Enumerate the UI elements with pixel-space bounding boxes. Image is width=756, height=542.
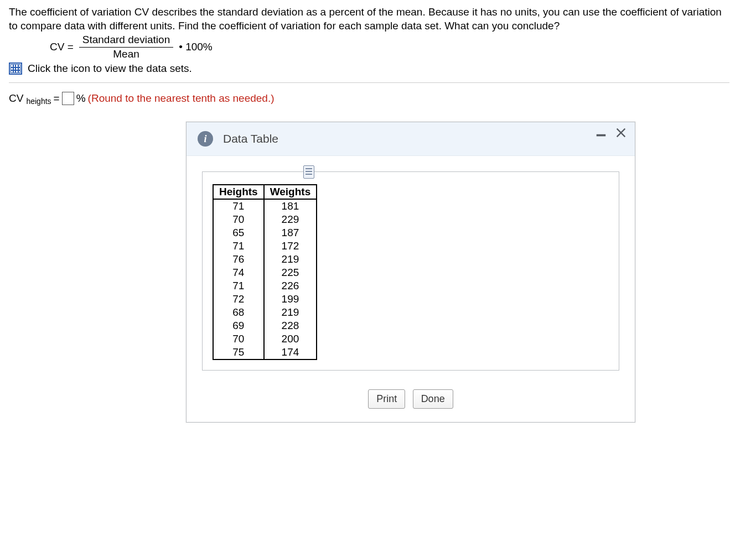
- table-row: 70229: [213, 213, 317, 226]
- numerator: Standard deviation: [79, 34, 173, 48]
- problem-statement: The coefficient of variation CV describe…: [9, 6, 729, 33]
- svg-rect-0: [597, 134, 606, 137]
- table-row: 75174: [213, 346, 317, 359]
- copy-icon[interactable]: [303, 165, 314, 179]
- height-cell: 76: [213, 253, 264, 266]
- table-row: 74225: [213, 266, 317, 279]
- height-cell: 70: [213, 332, 264, 346]
- print-button[interactable]: Print: [368, 389, 405, 409]
- denominator: Mean: [113, 48, 139, 60]
- data-sets-link[interactable]: Click the icon to view the data sets.: [9, 62, 729, 75]
- height-cell: 68: [213, 306, 264, 319]
- table-row: 71172: [213, 239, 317, 253]
- minimize-button[interactable]: [595, 127, 607, 142]
- done-button[interactable]: Done: [413, 389, 453, 409]
- height-cell: 69: [213, 319, 264, 332]
- height-cell: 71: [213, 279, 264, 293]
- fraction: Standard deviation Mean: [79, 34, 173, 60]
- height-cell: 70: [213, 213, 264, 226]
- cv-subscript: heights: [26, 97, 51, 106]
- weight-cell: 219: [264, 306, 317, 319]
- divider: [9, 82, 729, 83]
- table-row: 68219: [213, 306, 317, 319]
- height-cell: 74: [213, 266, 264, 279]
- info-icon: i: [198, 131, 213, 147]
- table-row: 72199: [213, 293, 317, 306]
- cv-label: CV =: [50, 41, 74, 53]
- weight-cell: 225: [264, 266, 317, 279]
- equals: =: [54, 92, 60, 105]
- percent-sign: %: [76, 92, 86, 105]
- answer-line: CVheights = % (Round to the nearest tent…: [9, 92, 729, 105]
- weight-cell: 181: [264, 199, 317, 213]
- height-cell: 75: [213, 346, 264, 359]
- cv-prefix: CV: [9, 92, 23, 105]
- formula-tail: • 100%: [179, 41, 213, 53]
- table-row: 71181: [213, 199, 317, 213]
- table-icon[interactable]: [9, 62, 22, 75]
- weight-cell: 187: [264, 226, 317, 239]
- weight-cell: 226: [264, 279, 317, 293]
- height-cell: 72: [213, 293, 264, 306]
- dialog-footer: Print Done: [187, 382, 635, 422]
- weight-cell: 172: [264, 239, 317, 253]
- dialog-title: Data Table: [223, 132, 278, 145]
- weight-cell: 228: [264, 319, 317, 332]
- dialog-header: i Data Table: [187, 122, 635, 156]
- weight-cell: 229: [264, 213, 317, 226]
- weight-cell: 219: [264, 253, 317, 266]
- table-header-row: Heights Weights: [213, 185, 317, 199]
- dialog-controls: [595, 127, 627, 142]
- dialog-body: Heights Weights 711817022965187711727621…: [187, 156, 635, 382]
- height-cell: 71: [213, 239, 264, 253]
- cv-heights-input[interactable]: [62, 92, 74, 105]
- data-panel: Heights Weights 711817022965187711727621…: [202, 171, 619, 371]
- table-row: 69228: [213, 319, 317, 332]
- weight-cell: 200: [264, 332, 317, 346]
- link-text: Click the icon to view the data sets.: [28, 62, 192, 75]
- col-heights: Heights: [213, 185, 264, 199]
- table-row: 76219: [213, 253, 317, 266]
- height-cell: 65: [213, 226, 264, 239]
- table-row: 65187: [213, 226, 317, 239]
- height-cell: 71: [213, 199, 264, 213]
- weight-cell: 174: [264, 346, 317, 359]
- page-root: The coefficient of variation CV describe…: [0, 0, 738, 428]
- weight-cell: 199: [264, 293, 317, 306]
- close-button[interactable]: [615, 127, 627, 142]
- table-row: 71226: [213, 279, 317, 293]
- data-table-dialog: i Data Table Heights Weights: [186, 122, 635, 423]
- col-weights: Weights: [264, 185, 317, 199]
- rounding-hint: (Round to the nearest tenth as needed.): [88, 92, 275, 105]
- table-row: 70200: [213, 332, 317, 346]
- data-table: Heights Weights 711817022965187711727621…: [213, 184, 317, 360]
- cv-formula: CV = Standard deviation Mean • 100%: [50, 34, 729, 60]
